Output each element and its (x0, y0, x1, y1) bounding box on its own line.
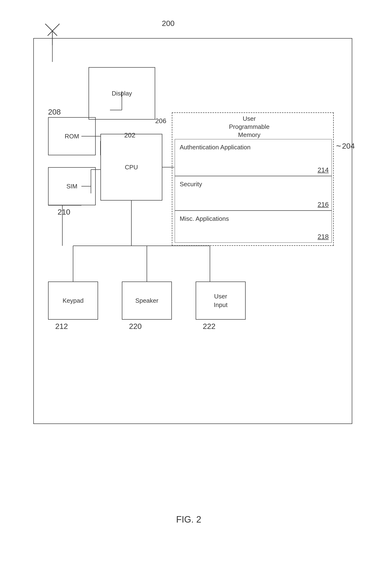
security-label: Security (180, 181, 202, 188)
ref-222: 222 (203, 322, 215, 331)
sim-label: SIM (66, 182, 77, 190)
ref-218: 218 (318, 233, 329, 241)
display-label: Display (112, 89, 132, 98)
svg-line-1 (45, 24, 52, 31)
speaker-box: Speaker (122, 281, 172, 320)
ref-214: 214 (318, 166, 329, 174)
ref-220: 220 (129, 322, 142, 331)
main-device-box: Display 206 ROM 208 CPU 202 SIM 210 Auth… (33, 38, 352, 424)
cpu-box: CPU (100, 134, 162, 201)
ref-212: 212 (55, 322, 68, 331)
ref-208: 208 (48, 108, 61, 117)
auth-app-label: Authentication Application (180, 144, 251, 151)
auth-app-box: Authentication Application 214 (175, 139, 332, 176)
ref-202: 202 (124, 131, 135, 139)
rom-box: ROM (48, 117, 96, 155)
upm-label: UserProgrammableMemory (229, 115, 270, 139)
speaker-label: Speaker (135, 296, 158, 305)
ref-204: ~ 204 (336, 141, 355, 151)
svg-line-3 (48, 31, 52, 36)
misc-apps-label: Misc. Applications (180, 215, 229, 222)
figure-label: FIG. 2 (176, 514, 201, 525)
user-input-label: User Input (209, 292, 233, 309)
keypad-box: Keypad (48, 281, 98, 320)
user-input-box: User Input (196, 281, 246, 320)
keypad-label: Keypad (63, 296, 84, 305)
cpu-label: CPU (125, 163, 138, 172)
svg-line-4 (52, 31, 57, 36)
ref-200: 200 (162, 19, 174, 28)
display-box: Display (88, 67, 155, 119)
misc-apps-box: Misc. Applications 218 (175, 211, 332, 243)
svg-line-2 (52, 24, 59, 31)
ref-216: 216 (318, 201, 329, 208)
security-box: Security 216 (175, 176, 332, 211)
diagram-container: 200 (19, 14, 371, 467)
rom-label: ROM (65, 132, 79, 141)
sim-box: SIM (48, 167, 96, 205)
ref-206: 206 (155, 117, 166, 125)
ref-210: 210 (58, 208, 70, 217)
